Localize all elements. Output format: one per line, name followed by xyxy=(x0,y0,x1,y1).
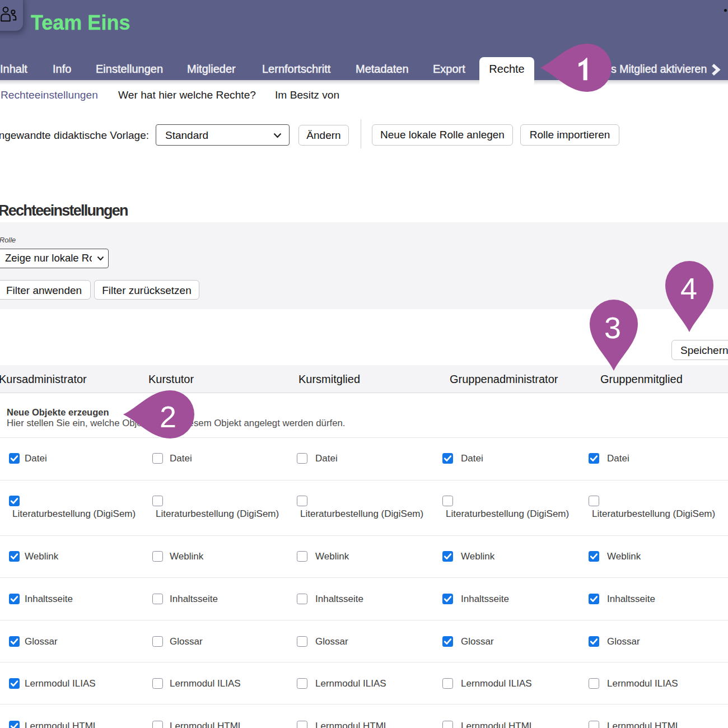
svg-text:3: 3 xyxy=(604,311,621,344)
